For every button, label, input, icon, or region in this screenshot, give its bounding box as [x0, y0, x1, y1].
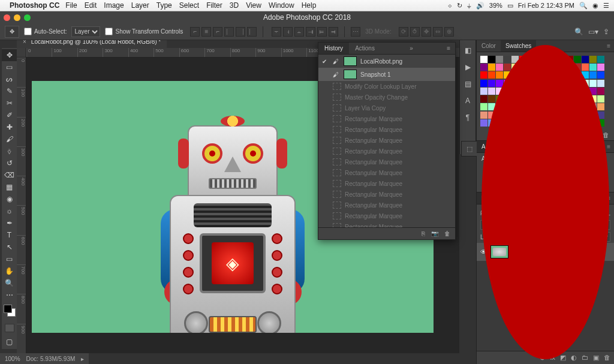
create-document-from-state-icon[interactable]: ⎘	[422, 230, 425, 237]
swatch[interactable]	[597, 71, 604, 79]
history-brush-tool[interactable]: ↺	[2, 157, 17, 169]
history-state[interactable]: Rectangular Marquee	[318, 146, 455, 157]
sync-icon[interactable]: ↻	[457, 2, 462, 10]
new-group-icon[interactable]: 🗀	[582, 354, 588, 362]
more-align[interactable]: ⋯	[351, 27, 360, 37]
swatch[interactable]	[496, 71, 503, 79]
history-state[interactable]: Rectangular Marquee	[318, 157, 455, 167]
history-source[interactable]: 🖌Snapshot 1	[318, 68, 455, 81]
minimize-window-button[interactable]	[14, 14, 20, 21]
menu-select[interactable]: Select	[179, 1, 199, 10]
new-fill-adjust-icon[interactable]: ◐	[571, 354, 577, 362]
dist-hcenter[interactable]: ⫢	[317, 27, 327, 37]
zoom-window-button[interactable]	[24, 14, 31, 21]
dock-para-icon[interactable]: ¶	[466, 113, 469, 122]
swatch[interactable]	[488, 56, 495, 63]
align-bottom-edges[interactable]: ⌐	[213, 27, 222, 37]
quick-select-tool[interactable]: ✎	[2, 85, 17, 97]
swatch[interactable]	[488, 88, 495, 95]
swatch[interactable]	[480, 64, 487, 71]
zoom-level[interactable]: 100%	[5, 356, 20, 362]
dock-libraries-icon[interactable]: ▤	[465, 80, 471, 88]
ruler-origin[interactable]	[17, 48, 26, 58]
menu-image[interactable]: Image	[104, 1, 124, 10]
dist-vcenter[interactable]: ⫞	[283, 27, 293, 37]
swatch[interactable]	[597, 103, 604, 110]
swatch[interactable]	[480, 103, 487, 110]
swatch[interactable]	[589, 71, 597, 79]
dock-color-icon[interactable]: ◧	[465, 46, 471, 55]
app-menu[interactable]: Photoshop CC	[10, 1, 59, 10]
panel-collapse-icon[interactable]: »	[406, 43, 418, 54]
history-state[interactable]: Rectangular Marquee	[318, 221, 455, 227]
swatch[interactable]	[597, 88, 604, 95]
dock-play-icon[interactable]: ▶	[465, 63, 471, 71]
wifi-icon[interactable]: ⏚	[467, 2, 471, 9]
swatch[interactable]	[496, 64, 503, 71]
swatch[interactable]	[597, 56, 604, 63]
swatch[interactable]	[488, 80, 495, 87]
menu-view[interactable]: View	[246, 1, 261, 10]
workspace-switcher[interactable]: ▭▾	[588, 28, 598, 36]
battery-icon[interactable]: ▭	[507, 2, 513, 10]
menu-file[interactable]: File	[65, 1, 77, 10]
auto-select-checkbox[interactable]: Auto-Select:	[24, 28, 67, 35]
edit-toolbar[interactable]: ⋯	[2, 289, 17, 301]
screen-mode[interactable]: ▢	[2, 336, 17, 348]
history-state[interactable]: Rectangular Marquee	[318, 210, 455, 221]
tab-actions[interactable]: Actions	[349, 43, 381, 54]
layer-row[interactable]: 👁 Local Robot	[477, 243, 614, 261]
history-state[interactable]: Rectangular Marquee	[318, 200, 455, 210]
doc-info-menu[interactable]: ▸	[81, 356, 84, 362]
pen-tool[interactable]: ✒	[2, 217, 17, 229]
swatch[interactable]	[480, 119, 487, 127]
swatch[interactable]	[589, 56, 597, 63]
dock-char-icon[interactable]: A	[465, 97, 470, 105]
swatch[interactable]	[589, 64, 597, 71]
new-snapshot-icon[interactable]: 📷	[431, 230, 438, 237]
history-state[interactable]: Rectangular Marquee	[318, 189, 455, 200]
move-tool[interactable]: ✥	[2, 49, 17, 61]
lasso-tool[interactable]: ᔕ	[2, 73, 17, 85]
layer-mask-icon[interactable]: ◩	[560, 354, 566, 362]
swatches-menu-icon[interactable]: ≡	[603, 40, 614, 52]
share-icon[interactable]: ⇪	[603, 28, 609, 36]
menu-edit[interactable]: Edit	[85, 1, 97, 10]
swatch[interactable]	[582, 56, 589, 63]
dist-right[interactable]: ⫤	[329, 27, 338, 37]
history-state[interactable]: Layer Via Copy	[318, 103, 455, 113]
swatch[interactable]	[504, 56, 511, 63]
ruler-vertical[interactable]: 0100200300400500600700800900	[17, 58, 26, 353]
notifications-icon[interactable]: ☰	[603, 2, 609, 10]
layer-visibility-icon[interactable]: 👁	[480, 248, 487, 255]
adjustments-collapsed-icon[interactable]: ⬚	[461, 141, 477, 157]
clone-stamp-tool[interactable]: ⎀	[2, 145, 17, 157]
spotlight-icon[interactable]: 🔍	[579, 2, 588, 10]
gradient-tool[interactable]: ▦	[2, 181, 17, 193]
quick-mask-toggle[interactable]	[5, 324, 14, 332]
menu-3d[interactable]: 3D	[230, 1, 239, 10]
align-vcenters[interactable]: ≡	[201, 27, 211, 37]
path-select-tool[interactable]: ↖	[2, 241, 17, 253]
tab-color[interactable]: Color	[477, 40, 501, 52]
healing-brush-tool[interactable]: ✚	[2, 121, 17, 133]
clock[interactable]: Fri Feb 2 12:43 PM	[518, 2, 574, 9]
zoom-tool[interactable]: 🔍	[2, 277, 17, 289]
swatch[interactable]	[504, 64, 511, 71]
blur-tool[interactable]: ◉	[2, 193, 17, 205]
close-window-button[interactable]	[4, 14, 10, 21]
menu-filter[interactable]: Filter	[206, 1, 222, 10]
delete-state-icon[interactable]: 🗑	[444, 230, 450, 237]
swatch[interactable]	[582, 64, 589, 71]
align-right-edges[interactable]: ⎸	[247, 27, 257, 37]
battery-status[interactable]: 39%	[489, 2, 502, 9]
eyedropper-tool[interactable]: ✐	[2, 109, 17, 121]
history-state[interactable]: Rectangular Marquee	[318, 124, 455, 135]
menu-type[interactable]: Type	[156, 1, 172, 10]
history-state[interactable]: Master Opacity Change	[318, 92, 455, 103]
dist-top[interactable]: ⫟	[272, 27, 281, 37]
swatch[interactable]	[488, 71, 495, 79]
search-icon[interactable]: 🔍	[574, 28, 583, 36]
show-transform-checkbox[interactable]: Show Transform Controls	[105, 28, 183, 35]
align-top-edges[interactable]: ⌐	[190, 27, 200, 37]
